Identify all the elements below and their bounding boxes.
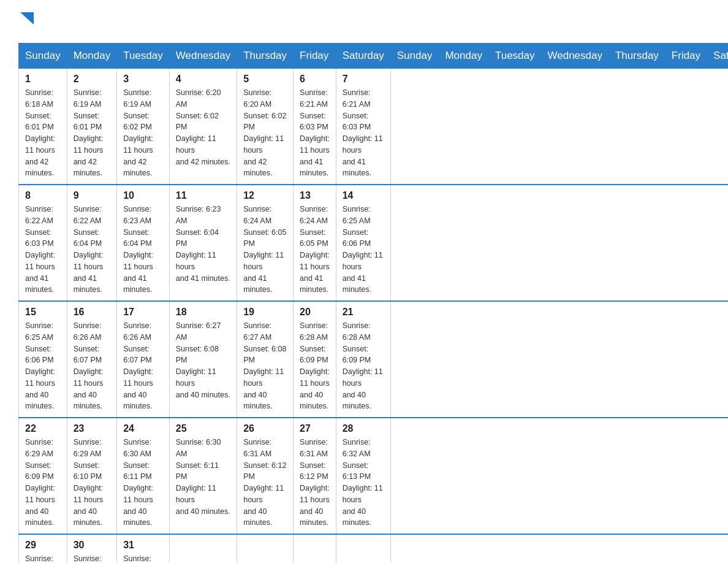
page-header: [18, 12, 710, 31]
col-header-saturday: Saturday: [336, 44, 390, 69]
day-number: 6: [300, 74, 330, 85]
day-number: 21: [343, 307, 384, 318]
day-number: 19: [243, 307, 287, 318]
day-info: Sunrise: 6:32 AMSunset: 6:13 PMDaylight:…: [25, 553, 61, 563]
day-number: 23: [74, 423, 110, 434]
col-header-sunday: Sunday: [390, 44, 439, 69]
day-info: Sunrise: 6:21 AMSunset: 6:03 PMDaylight:…: [343, 87, 384, 179]
day-number: 4: [176, 74, 230, 85]
calendar-cell: [294, 534, 336, 563]
day-info: Sunrise: 6:19 AMSunset: 6:01 PMDaylight:…: [74, 87, 110, 179]
col-header-tuesday: Tuesday: [488, 44, 541, 69]
calendar-week-row: 1Sunrise: 6:18 AMSunset: 6:01 PMDaylight…: [19, 69, 729, 185]
calendar-cell: 2Sunrise: 6:19 AMSunset: 6:01 PMDaylight…: [67, 69, 116, 185]
logo: [18, 12, 34, 31]
calendar-header-row: SundayMondayTuesdayWednesdayThursdayFrid…: [19, 44, 729, 69]
day-number: 3: [123, 74, 163, 85]
day-info: Sunrise: 6:20 AMSunset: 6:02 PMDaylight:…: [176, 87, 230, 167]
calendar-cell: [336, 534, 390, 563]
day-number: 2: [74, 74, 110, 85]
day-number: 28: [343, 423, 384, 434]
calendar-cell: 22Sunrise: 6:29 AMSunset: 6:09 PMDayligh…: [19, 418, 67, 534]
day-number: 14: [343, 190, 384, 201]
day-info: Sunrise: 6:30 AMSunset: 6:11 PMDaylight:…: [123, 437, 163, 529]
day-info: Sunrise: 6:27 AMSunset: 6:08 PMDaylight:…: [243, 320, 287, 412]
calendar-cell: 14Sunrise: 6:25 AMSunset: 6:06 PMDayligh…: [336, 185, 390, 301]
calendar-cell: 31Sunrise: 6:33 AMSunset: 6:14 PMDayligh…: [117, 534, 170, 563]
col-header-friday: Friday: [294, 44, 336, 69]
day-number: 1: [25, 74, 61, 85]
day-number: 12: [243, 190, 287, 201]
day-info: Sunrise: 6:29 AMSunset: 6:10 PMDaylight:…: [74, 437, 110, 529]
day-info: Sunrise: 6:25 AMSunset: 6:06 PMDaylight:…: [25, 320, 61, 412]
calendar-table: SundayMondayTuesdayWednesdayThursdayFrid…: [18, 43, 728, 563]
day-info: Sunrise: 6:30 AMSunset: 6:11 PMDaylight:…: [176, 437, 230, 517]
day-number: 27: [300, 423, 330, 434]
calendar-cell: 18Sunrise: 6:27 AMSunset: 6:08 PMDayligh…: [169, 301, 237, 418]
day-number: 16: [74, 307, 110, 318]
day-number: 30: [74, 540, 110, 551]
day-number: 11: [176, 190, 230, 201]
day-info: Sunrise: 6:29 AMSunset: 6:09 PMDaylight:…: [25, 437, 61, 529]
calendar-week-row: 8Sunrise: 6:22 AMSunset: 6:03 PMDaylight…: [19, 185, 729, 301]
calendar-cell: 10Sunrise: 6:23 AMSunset: 6:04 PMDayligh…: [117, 185, 170, 301]
calendar-week-row: 22Sunrise: 6:29 AMSunset: 6:09 PMDayligh…: [19, 418, 729, 534]
day-number: 8: [25, 190, 61, 201]
col-header-monday: Monday: [439, 44, 488, 69]
day-info: Sunrise: 6:24 AMSunset: 6:05 PMDaylight:…: [300, 204, 330, 296]
calendar-cell: 25Sunrise: 6:30 AMSunset: 6:11 PMDayligh…: [169, 418, 237, 534]
calendar-cell: 4Sunrise: 6:20 AMSunset: 6:02 PMDaylight…: [169, 69, 237, 185]
day-info: Sunrise: 6:31 AMSunset: 6:12 PMDaylight:…: [300, 437, 330, 529]
day-info: Sunrise: 6:20 AMSunset: 6:02 PMDaylight:…: [243, 87, 287, 179]
day-number: 7: [343, 74, 384, 85]
calendar-week-row: 15Sunrise: 6:25 AMSunset: 6:06 PMDayligh…: [19, 301, 729, 418]
day-info: Sunrise: 6:28 AMSunset: 6:09 PMDaylight:…: [343, 320, 384, 412]
logo-arrow-icon: [20, 12, 34, 32]
day-info: Sunrise: 6:28 AMSunset: 6:09 PMDaylight:…: [300, 320, 330, 412]
calendar-week-row: 29Sunrise: 6:32 AMSunset: 6:13 PMDayligh…: [19, 534, 729, 563]
calendar-cell: [237, 534, 294, 563]
day-number: 18: [176, 307, 230, 318]
day-number: 25: [176, 423, 230, 434]
day-number: 24: [123, 423, 163, 434]
calendar-cell: 15Sunrise: 6:25 AMSunset: 6:06 PMDayligh…: [19, 301, 67, 418]
day-info: Sunrise: 6:22 AMSunset: 6:03 PMDaylight:…: [25, 204, 61, 296]
day-number: 10: [123, 190, 163, 201]
day-number: 26: [243, 423, 287, 434]
day-info: Sunrise: 6:23 AMSunset: 6:04 PMDaylight:…: [176, 204, 230, 284]
day-number: 31: [123, 540, 163, 551]
day-info: Sunrise: 6:33 AMSunset: 6:14 PMDaylight:…: [123, 553, 163, 563]
day-info: Sunrise: 6:18 AMSunset: 6:01 PMDaylight:…: [25, 87, 61, 179]
calendar-cell: 13Sunrise: 6:24 AMSunset: 6:05 PMDayligh…: [294, 185, 336, 301]
calendar-cell: 12Sunrise: 6:24 AMSunset: 6:05 PMDayligh…: [237, 185, 294, 301]
day-number: 5: [243, 74, 287, 85]
day-number: 9: [74, 190, 110, 201]
calendar-cell: 20Sunrise: 6:28 AMSunset: 6:09 PMDayligh…: [294, 301, 336, 418]
svg-marker-0: [20, 12, 34, 25]
day-info: Sunrise: 6:32 AMSunset: 6:13 PMDaylight:…: [343, 437, 384, 529]
calendar-cell: 19Sunrise: 6:27 AMSunset: 6:08 PMDayligh…: [237, 301, 294, 418]
day-number: 17: [123, 307, 163, 318]
col-header-thursday: Thursday: [609, 44, 665, 69]
day-info: Sunrise: 6:23 AMSunset: 6:04 PMDaylight:…: [123, 204, 163, 296]
col-header-wednesday: Wednesday: [169, 44, 237, 69]
calendar-cell: 11Sunrise: 6:23 AMSunset: 6:04 PMDayligh…: [169, 185, 237, 301]
calendar-cell: 3Sunrise: 6:19 AMSunset: 6:02 PMDaylight…: [117, 69, 170, 185]
day-info: Sunrise: 6:31 AMSunset: 6:12 PMDaylight:…: [243, 437, 287, 529]
calendar-cell: [169, 534, 237, 563]
day-info: Sunrise: 6:25 AMSunset: 6:06 PMDaylight:…: [343, 204, 384, 296]
day-number: 15: [25, 307, 61, 318]
calendar-cell: 27Sunrise: 6:31 AMSunset: 6:12 PMDayligh…: [294, 418, 336, 534]
calendar-cell: 29Sunrise: 6:32 AMSunset: 6:13 PMDayligh…: [19, 534, 67, 563]
calendar-cell: 26Sunrise: 6:31 AMSunset: 6:12 PMDayligh…: [237, 418, 294, 534]
day-info: Sunrise: 6:24 AMSunset: 6:05 PMDaylight:…: [243, 204, 287, 296]
day-info: Sunrise: 6:26 AMSunset: 6:07 PMDaylight:…: [74, 320, 110, 412]
calendar-cell: 5Sunrise: 6:20 AMSunset: 6:02 PMDaylight…: [237, 69, 294, 185]
calendar-cell: 6Sunrise: 6:21 AMSunset: 6:03 PMDaylight…: [294, 69, 336, 185]
col-header-tuesday: Tuesday: [117, 44, 170, 69]
day-number: 29: [25, 540, 61, 551]
calendar-cell: 9Sunrise: 6:22 AMSunset: 6:04 PMDaylight…: [67, 185, 116, 301]
day-info: Sunrise: 6:27 AMSunset: 6:08 PMDaylight:…: [176, 320, 230, 400]
calendar-cell: 23Sunrise: 6:29 AMSunset: 6:10 PMDayligh…: [67, 418, 116, 534]
calendar-cell: 7Sunrise: 6:21 AMSunset: 6:03 PMDaylight…: [336, 69, 390, 185]
